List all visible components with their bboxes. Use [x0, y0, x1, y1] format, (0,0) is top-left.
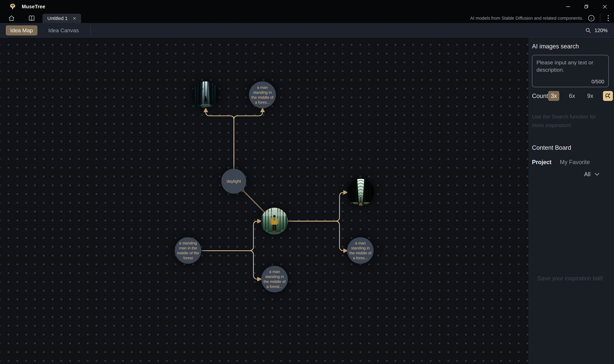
project-row: Project My Favorite	[532, 159, 609, 166]
document-tab-label: Untitled 1	[47, 16, 68, 21]
home-icon	[8, 15, 15, 22]
light-pillar-forest-image	[347, 179, 374, 206]
count-9x-button[interactable]: 9x	[585, 91, 596, 101]
window-controls	[559, 0, 614, 13]
count-label: Count	[532, 93, 548, 99]
count-row: Count 3x 6x 9x	[532, 91, 609, 101]
tab-bar: Untitled 1 AI models from Stable Diffusi…	[0, 13, 614, 24]
svg-text:i: i	[591, 16, 592, 20]
view-toolbar: Idea Map Idea Canvas 120%	[0, 24, 614, 38]
musetree-window: MuseTree	[0, 0, 614, 364]
kebab-menu-icon	[607, 14, 610, 22]
home-button[interactable]	[7, 13, 16, 23]
main-area: a man standing in the middle of a fores.…	[0, 38, 614, 364]
forest-beam-image	[192, 81, 219, 108]
count-3x-button[interactable]: 3x	[548, 91, 559, 101]
node-label: a man standing in the middle of a fores.…	[349, 241, 372, 260]
title-bar: MuseTree	[0, 0, 614, 13]
idea-node-daylight[interactable]: daylight	[221, 169, 246, 194]
document-tab[interactable]: Untitled 1	[42, 14, 81, 23]
zoom-control[interactable]: 120%	[585, 27, 608, 34]
project-label: Project	[532, 159, 551, 166]
restore-button[interactable]	[577, 0, 596, 13]
board-empty-hint: Save your inspiration ball!	[532, 275, 609, 282]
tab-idea-map[interactable]: Idea Map	[6, 25, 37, 35]
node-label: daylight	[222, 179, 246, 184]
tree-logo-icon	[9, 3, 16, 10]
divider	[600, 14, 600, 22]
menu-button[interactable]	[605, 14, 612, 22]
count-6x-button[interactable]: 6x	[566, 91, 578, 101]
char-counter: 0/500	[591, 79, 604, 85]
idea-node-text-right[interactable]: a man standing in the middle of a fores.…	[347, 237, 374, 264]
idea-node-text-top[interactable]: a man standing in the middle of a fores.…	[249, 81, 276, 108]
right-sidebar: AI images search 0/500 Count 3x 6x 9x	[529, 38, 614, 364]
ai-search-button[interactable]	[603, 91, 613, 101]
close-icon	[73, 16, 76, 20]
ai-search-title: AI images search	[532, 43, 609, 50]
tab-bar-right: AI models from Stable Diffusion and rela…	[470, 14, 612, 22]
close-icon	[602, 4, 607, 9]
image-node-man-in-forest[interactable]	[261, 208, 288, 234]
node-label: a man standing in the middle of a forest…	[263, 269, 287, 289]
info-icon: i	[587, 14, 595, 22]
magnifier-icon	[585, 27, 591, 34]
idea-map-canvas[interactable]: a man standing in the middle of a fores.…	[0, 38, 529, 364]
search-box: 0/500	[532, 55, 609, 87]
close-window-button[interactable]	[596, 0, 614, 13]
count-options: 3x 6x 9x	[548, 91, 613, 101]
app-title: MuseTree	[22, 4, 45, 10]
image-node-light-pillar[interactable]	[347, 179, 374, 206]
zoom-level: 120%	[595, 27, 608, 33]
book-icon	[28, 14, 35, 22]
project-value[interactable]: My Favorite	[560, 159, 590, 166]
magic-search-icon	[604, 92, 612, 99]
restore-icon	[584, 4, 589, 9]
man-in-forest-image	[261, 208, 288, 234]
content-board-title: Content Board	[532, 144, 609, 151]
info-button[interactable]: i	[587, 14, 595, 22]
divider	[90, 25, 91, 35]
minimize-button[interactable]	[559, 0, 577, 13]
tab-idea-canvas[interactable]: Idea Canvas	[47, 25, 80, 35]
search-hint: Use the Search function for more inspira…	[532, 112, 609, 130]
image-node-forest-beam[interactable]	[192, 81, 219, 108]
filter-value: All	[584, 171, 590, 178]
idea-node-text-bottom[interactable]: a man standing in the middle of a forest…	[261, 266, 288, 292]
minimize-icon	[566, 4, 571, 9]
tab-close-button[interactable]	[72, 16, 77, 21]
idea-node-text-left[interactable]: a standing man in the middle of the fore…	[175, 237, 201, 264]
library-button[interactable]	[27, 13, 36, 23]
model-status-text: AI models from Stable Diffusion and rela…	[470, 16, 583, 21]
filter-dropdown[interactable]: All	[532, 171, 609, 178]
node-label: a man standing in the middle of a fores.…	[251, 85, 274, 105]
node-label: a standing man in the middle of the fore…	[176, 241, 200, 260]
chevron-down-icon	[595, 173, 600, 176]
